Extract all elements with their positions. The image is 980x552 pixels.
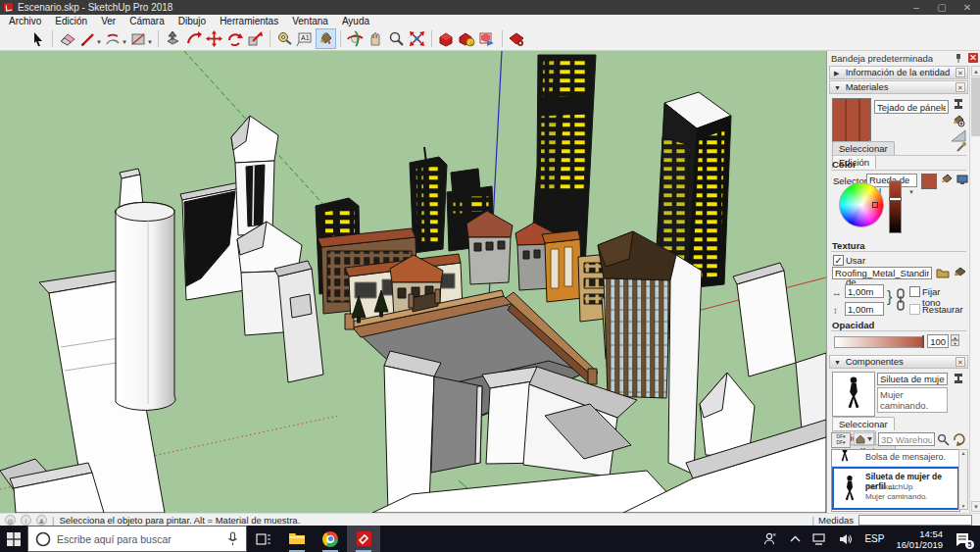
volume-icon[interactable] [839, 533, 853, 545]
eyedropper-icon[interactable] [955, 141, 967, 154]
follow-me-tool[interactable] [183, 28, 204, 49]
rectangle-tool[interactable] [128, 28, 149, 49]
rectangle-tool-dropdown-icon[interactable]: ▼ [147, 39, 153, 45]
task-view-button[interactable] [247, 526, 280, 552]
menu-ventana[interactable]: Ventana [285, 15, 335, 27]
secondary-pane-icon[interactable] [953, 98, 964, 110]
paint-bucket-tool[interactable] [316, 28, 336, 49]
view-options-button[interactable]: DF▾DF▾ [831, 432, 851, 448]
zoom-tool[interactable] [386, 28, 407, 49]
search-icon[interactable] [937, 433, 950, 446]
section-close-icon[interactable]: ✕ [956, 357, 965, 367]
scroll-down-icon[interactable]: ▼ [971, 501, 980, 512]
component-description[interactable]: Mujer caminando. [877, 387, 948, 413]
restore-label[interactable]: Restaurar [922, 304, 963, 315]
fix-tone-checkbox[interactable] [909, 286, 920, 297]
minimize-button[interactable]: – [904, 0, 929, 15]
scale-tool[interactable] [245, 28, 266, 49]
account-status-icon[interactable]: ♟ [36, 515, 47, 526]
section-close-icon[interactable]: ✕ [956, 68, 965, 77]
share-model-tool[interactable]: ☺ [457, 28, 477, 49]
match-color-object-icon[interactable] [941, 174, 954, 186]
arc-tool[interactable] [103, 28, 123, 49]
panel-scrollbar[interactable]: ▲ ▼ [969, 66, 980, 513]
close-button[interactable]: ✕ [955, 0, 980, 15]
menu-edicion[interactable]: Edición [48, 15, 94, 27]
rotate-tool[interactable] [224, 28, 245, 49]
opacity-spinner[interactable]: ▲▼ [951, 334, 959, 346]
value-slider[interactable] [889, 180, 902, 233]
action-center-icon[interactable]: 5 [955, 532, 970, 546]
browse-texture-icon[interactable] [936, 267, 950, 278]
pan-tool[interactable] [366, 28, 386, 49]
create-material-icon[interactable] [952, 114, 965, 127]
use-texture-checkbox[interactable]: ✓ [833, 255, 844, 266]
scroll-up-icon[interactable]: ▲ [971, 66, 980, 76]
line-tool[interactable] [77, 28, 98, 49]
tab-seleccionar[interactable]: Seleccionar [832, 417, 895, 430]
arc-tool-dropdown-icon[interactable]: ▼ [122, 39, 127, 45]
list-item-selected[interactable]: Silueta de mujer de perfil ... por Sketc… [832, 467, 959, 510]
geolocation-status-icon[interactable]: ◍ [5, 515, 16, 526]
chain-link-icon[interactable] [896, 288, 906, 312]
color-wheel[interactable] [839, 182, 884, 227]
tape-measure-tool[interactable] [274, 28, 295, 49]
component-name-input[interactable] [877, 373, 948, 385]
push-pull-tool[interactable] [163, 28, 183, 49]
component-list-scrollbar[interactable]: ▲ ▼ [958, 449, 968, 510]
file-explorer-button[interactable] [280, 526, 314, 552]
modeling-viewport[interactable] [0, 51, 826, 513]
microphone-icon[interactable] [227, 531, 238, 546]
menu-dibujo[interactable]: Dibujo [172, 15, 213, 27]
texture-height-input[interactable] [845, 302, 884, 316]
clock[interactable]: 14:54 16/01/2019 [896, 528, 943, 550]
edit-texture-icon[interactable] [954, 266, 967, 278]
texture-width-input[interactable] [845, 284, 884, 298]
section-close-icon[interactable]: ✕ [956, 82, 965, 92]
zoom-extents-tool[interactable] [407, 28, 427, 49]
sketchup-taskbar-button[interactable] [347, 526, 380, 552]
section-materials[interactable]: ▼ Materiales ✕ [829, 80, 968, 94]
text-tool[interactable]: A1 [295, 28, 316, 49]
list-item[interactable]: Bolsa de mensajero. [832, 450, 959, 467]
section-components[interactable]: ▼ Componentes ✕ [829, 355, 968, 369]
start-button[interactable] [0, 526, 27, 552]
chrome-button[interactable] [314, 526, 347, 552]
3d-warehouse-tool[interactable] [436, 28, 457, 49]
language-indicator[interactable]: ESP [864, 533, 884, 544]
maximize-button[interactable]: ▢ [929, 0, 955, 15]
material-name-input[interactable] [874, 100, 949, 114]
menu-camara[interactable]: Cámara [122, 15, 172, 27]
opacity-slider[interactable] [834, 336, 924, 348]
credit-status-icon[interactable]: i [21, 515, 31, 526]
extension-warehouse-tool[interactable] [507, 28, 527, 49]
line-tool-dropdown-icon[interactable]: ▼ [96, 39, 102, 45]
measures-input[interactable] [858, 515, 972, 526]
tab-seleccionar[interactable]: Seleccionar [832, 141, 895, 155]
match-color-screen-icon[interactable] [956, 174, 969, 186]
texture-file-input[interactable] [832, 267, 932, 279]
component-preview[interactable] [832, 372, 875, 417]
restore-button-icon[interactable] [909, 304, 920, 315]
current-color-swatch[interactable] [921, 174, 937, 189]
tray-close-icon[interactable]: ✕ [968, 53, 978, 63]
orbit-tool[interactable] [345, 28, 366, 49]
section-entity-info[interactable]: ▶ Información de la entidad ✕ [829, 66, 968, 79]
scroll-thumb[interactable] [971, 77, 980, 136]
menu-archivo[interactable]: Archivo [2, 15, 48, 27]
people-tray-icon[interactable]: ᴿ [763, 532, 778, 545]
eraser-tool[interactable] [57, 28, 77, 49]
in-model-button[interactable] [854, 432, 875, 446]
share-component-tool[interactable] [477, 28, 498, 49]
secondary-pane-icon[interactable] [953, 373, 964, 384]
menu-ver[interactable]: Ver [94, 15, 122, 27]
pin-icon[interactable] [954, 53, 963, 64]
menu-ayuda[interactable]: Ayuda [335, 15, 376, 27]
move-tool[interactable] [204, 28, 224, 49]
component-search-input[interactable] [878, 432, 935, 446]
taskbar-search[interactable]: Escribe aquí para buscar [27, 526, 247, 552]
tray-expand-icon[interactable] [790, 535, 801, 543]
menu-herramientas[interactable]: Herramientas [213, 15, 285, 27]
opacity-value-input[interactable] [927, 334, 949, 348]
network-icon[interactable] [812, 533, 827, 545]
